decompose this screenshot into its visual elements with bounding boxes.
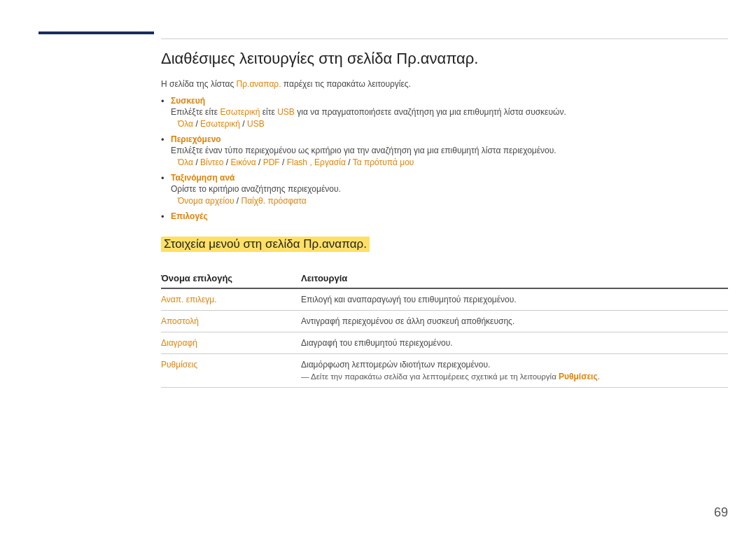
- bullet-title-options: Επιλογές: [171, 211, 728, 221]
- link-all-content[interactable]: Όλα: [178, 157, 193, 167]
- bullet-title-content: Περιεχόμενο: [171, 134, 728, 144]
- table-cell-name: Ρυθμίσεις: [161, 353, 301, 387]
- link-flash[interactable]: Flash ,: [287, 157, 312, 167]
- intro-before: Η σελίδα της λίστας: [161, 79, 237, 89]
- link-ergasia[interactable]: Εργασία: [314, 157, 346, 167]
- list-item-content: Περιεχόμενο Επιλέξτε έναν τύπο περιεχομέ…: [161, 134, 728, 167]
- list-item-device: Συσκευή Επιλέξτε είτε Εσωτερική είτε USB…: [161, 96, 728, 129]
- bullet-title-device: Συσκευή: [171, 96, 728, 106]
- link-settings-note[interactable]: Ρυθμίσεις: [559, 372, 598, 381]
- sub-links-device: Όλα / Εσωτερική / USB: [171, 119, 728, 129]
- top-rule: [161, 38, 728, 39]
- link-play-selected[interactable]: Αναπ. επιλεγμ.: [161, 295, 217, 304]
- bullet-desc-content: Επιλέξτε έναν τύπο περιεχομένου ως κριτή…: [171, 146, 728, 155]
- table-row: Αποστολή Αντιγραφή περιεχομένου σε άλλη …: [161, 310, 728, 332]
- page-title: Διαθέσιμες λειτουργίες στη σελίδα Πρ.ανα…: [161, 49, 728, 69]
- bullet-title-sort: Ταξινόμηση ανά: [171, 173, 728, 183]
- table-cell-name: Αναπ. επιλεγμ.: [161, 288, 301, 311]
- top-blue-bar: [38, 31, 154, 34]
- sub-links-sort: Όνομα αρχείου / Παίχθ. πρόσφατα: [171, 196, 728, 206]
- table-cell-desc: Αντιγραφή περιεχομένου σε άλλη συσκευή α…: [301, 310, 728, 332]
- table-cell-desc: Επιλογή και αναπαραγωγή του επιθυμητού π…: [301, 288, 728, 311]
- page-container: Διαθέσιμες λειτουργίες στη σελίδα Πρ.ανα…: [0, 0, 756, 534]
- link-usb2[interactable]: USB: [247, 119, 265, 129]
- table-row: Ρυθμίσεις Διαμόρφωση λεπτομερών ιδιοτήτω…: [161, 353, 728, 387]
- link-pdf[interactable]: PDF: [263, 157, 280, 167]
- bullet-desc-sort: Ορίστε το κριτήριο αναζήτησης περιεχομέν…: [171, 184, 728, 194]
- link-settings[interactable]: Ρυθμίσεις: [161, 360, 197, 370]
- table-cell-name: Διαγραφή: [161, 332, 301, 353]
- page-number: 69: [714, 505, 728, 520]
- link-send[interactable]: Αποστολή: [161, 316, 199, 326]
- link-internal[interactable]: Εσωτερική: [200, 119, 240, 129]
- table-row: Αναπ. επιλεγμ. Επιλογή και αναπαραγωγή τ…: [161, 288, 728, 311]
- table-cell-desc: Διαμόρφωση λεπτομερών ιδιοτήτων περιεχομ…: [301, 353, 728, 387]
- table-cell-name: Αποστολή: [161, 310, 301, 332]
- link-delete[interactable]: Διαγραφή: [161, 338, 197, 348]
- sub-links-content: Όλα / Βίντεο / Εικόνα / PDF / Flash , Ερ…: [171, 157, 728, 167]
- link-video[interactable]: Βίντεο: [200, 157, 223, 167]
- link-usb[interactable]: USB: [277, 107, 295, 117]
- table-col1-header: Όνομα επιλογής: [161, 269, 301, 288]
- table-row: Διαγραφή Διαγραφή του επιθυμητού περιεχο…: [161, 332, 728, 353]
- link-templates[interactable]: Τα πρότυπά μου: [353, 157, 414, 167]
- intro-text: Η σελίδα της λίστας Πρ.αναπαρ. παρέχει τ…: [161, 79, 728, 89]
- link-image[interactable]: Εικόνα: [231, 157, 256, 167]
- link-recent[interactable]: Παίχθ. πρόσφατα: [241, 196, 306, 206]
- main-content: Διαθέσιμες λειτουργίες στη σελίδα Πρ.ανα…: [161, 49, 728, 506]
- table-col2-header: Λειτουργία: [301, 269, 728, 288]
- list-item-options: Επιλογές: [161, 211, 728, 221]
- intro-link[interactable]: Πρ.αναπαρ.: [237, 79, 281, 89]
- menu-table: Όνομα επιλογής Λειτουργία Αναπ. επιλεγμ.…: [161, 269, 728, 388]
- link-all-device[interactable]: Όλα: [178, 119, 193, 129]
- bullet-list: Συσκευή Επιλέξτε είτε Εσωτερική είτε USB…: [161, 96, 728, 221]
- table-cell-desc: Διαγραφή του επιθυμητού περιεχομένου.: [301, 332, 728, 353]
- link-esoterike[interactable]: Εσωτερική: [220, 107, 260, 117]
- intro-after: παρέχει τις παρακάτω λειτουργίες.: [281, 79, 411, 89]
- list-item-sort: Ταξινόμηση ανά Ορίστε το κριτήριο αναζήτ…: [161, 173, 728, 206]
- settings-note: — Δείτε την παρακάτω σελίδα για λεπτομέρ…: [301, 372, 722, 381]
- section-title-highlighted: Στοιχεία μενού στη σελίδα Πρ.αναπαρ.: [161, 231, 728, 265]
- bullet-desc-device: Επιλέξτε είτε Εσωτερική είτε USB για να …: [171, 107, 728, 117]
- link-filename[interactable]: Όνομα αρχείου: [178, 196, 234, 206]
